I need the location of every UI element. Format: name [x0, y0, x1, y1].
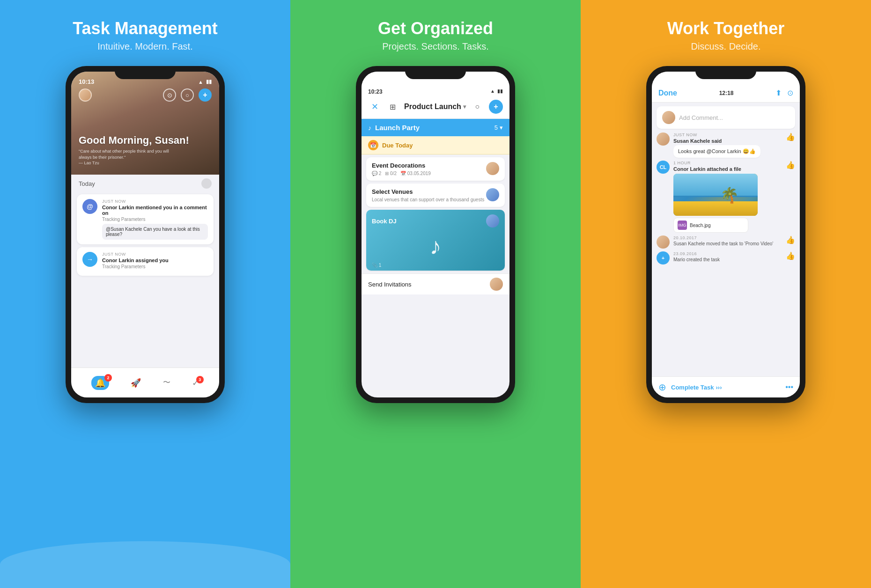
panel-task-management: Task Management Intuitive. Modern. Fast.…	[0, 0, 290, 588]
msg3-time: 20.10.2017	[673, 235, 782, 240]
msg1-bubble: Looks great @Conor Larkin 😄👍	[673, 145, 760, 158]
complete-task-button[interactable]: Complete Task ›››	[671, 384, 781, 391]
phone3-screen: Done 12:18 ⬆ ⊙ Add Comment... JUST NOW S…	[652, 72, 800, 397]
message-conor-file: CL 1 HOUR Conor Larkin attached a file 🌴…	[657, 161, 795, 233]
like-icon1[interactable]: 👍	[786, 132, 795, 141]
phone1-notch	[115, 66, 176, 79]
more-options-button[interactable]: •••	[785, 383, 793, 391]
panel1-title: Task Management	[73, 19, 217, 38]
notif2-time: JUST NOW	[102, 252, 169, 257]
today-bar: Today	[71, 175, 219, 192]
phone3-bottom-bar: ⊕ Complete Task ››› •••	[652, 376, 800, 397]
msg3-action: Susan Kachele moved the task to 'Promo V…	[673, 241, 782, 246]
msg4-action: Mario created the task	[673, 257, 782, 262]
msg2-sender: Conor Larkin attached a file	[673, 166, 782, 172]
susan-message-content: JUST NOW Susan Kachele said Looks great …	[673, 132, 782, 158]
add-button[interactable]: +	[199, 88, 212, 102]
section-header: ♪ Launch Party 5 ▾	[362, 119, 509, 136]
notif1-bubble: @Susan Kachele Can you have a look at th…	[102, 224, 208, 240]
filter-button[interactable]: ⊞	[386, 100, 399, 113]
dj-footer: 📎 1	[366, 260, 505, 271]
greeting-area: Good Morning, Susan! "Care about what ot…	[79, 134, 212, 166]
msg4-time: 23.09.2016	[673, 251, 782, 256]
arrow-icon: →	[82, 252, 97, 267]
conor-message-content: 1 HOUR Conor Larkin attached a file 🌴 IM…	[673, 161, 782, 233]
wifi-icon2: ▲	[490, 88, 495, 95]
task2-name: Select Venues	[372, 188, 484, 195]
search-button2[interactable]: ○	[471, 100, 484, 113]
image-file-icon: IMG	[678, 220, 687, 230]
phone1-screen: 10:13 ▲ ▮▮ ⊙ ○ + Good Morning, Susan!	[71, 72, 219, 397]
dj-attachment-count: 📎 1	[372, 263, 381, 268]
like-icon4[interactable]: 👍	[786, 251, 795, 260]
task2-content: Select Venues Local venues that can supp…	[372, 188, 484, 202]
phone2-screen: 10:23 ▲ ▮▮ ✕ ⊞ Product Launch ▾ ○ +	[362, 72, 509, 397]
panel2-subtitle: Projects. Sections. Tasks.	[382, 41, 489, 52]
susan-avatar	[657, 132, 670, 146]
msg4-content: 23.09.2016 Mario created the task	[673, 251, 782, 262]
rocket-icon: 🚀	[131, 378, 141, 388]
tab-home[interactable]: 🚀	[131, 378, 141, 388]
phone1-frame: 10:13 ▲ ▮▮ ⊙ ○ + Good Morning, Susan!	[66, 66, 225, 403]
notif1-title: Conor Larkin mentioned you in a comment …	[102, 205, 208, 216]
phone2-frame: 10:23 ▲ ▮▮ ✕ ⊞ Product Launch ▾ ○ +	[356, 66, 515, 403]
task-select-venues[interactable]: Select Venues Local venues that can supp…	[366, 184, 505, 207]
task-send-invitations[interactable]: Send Invitations	[362, 273, 509, 294]
task-book-dj[interactable]: Book DJ ♪ 📎 1	[366, 210, 505, 271]
notification-assigned[interactable]: → JUST NOW Conor Larkin assigned you Tra…	[77, 247, 214, 276]
notif2-title: Conor Larkin assigned you	[102, 257, 169, 263]
add-comment-icon[interactable]: ⊕	[658, 382, 666, 393]
close-button[interactable]: ✕	[368, 100, 381, 113]
at-icon: @	[82, 199, 97, 214]
send-invitations-avatar	[490, 278, 503, 291]
panel3-title: Work Together	[667, 19, 785, 38]
conor-avatar: CL	[657, 161, 670, 174]
message-susan-moved: 20.10.2017 Susan Kachele moved the task …	[657, 235, 795, 249]
like-icon2[interactable]: 👍	[786, 161, 795, 169]
battery-icon2: ▮▮	[497, 88, 503, 95]
done-button[interactable]: Done	[658, 89, 677, 97]
task-event-decorations[interactable]: Event Decorations 💬 2 ⊞ 0/2 📅 03.05.2019	[366, 157, 505, 181]
upload-icon[interactable]: ⬆	[775, 88, 782, 97]
due-today-bar: 📅 Due Today	[362, 136, 509, 154]
tab-stats[interactable]: 〜	[163, 378, 170, 388]
timer-icon[interactable]: ⊙	[163, 88, 176, 102]
notif1-sub: Tracking Parameters	[102, 217, 208, 222]
phone3-action-icons: ⬆ ⊙	[775, 88, 793, 97]
due-date: 📅 03.05.2019	[400, 171, 431, 176]
tab-tasks[interactable]: ✓ 3	[192, 378, 199, 388]
task1-name: Event Decorations	[372, 162, 431, 169]
message-susan: JUST NOW Susan Kachele said Looks great …	[657, 132, 795, 158]
beach-sky	[673, 174, 758, 197]
add-button2[interactable]: +	[489, 100, 503, 114]
chart-icon: 〜	[163, 378, 170, 388]
today-label: Today	[79, 180, 95, 187]
expand-icon: ▾	[500, 124, 503, 131]
file-attachment[interactable]: IMG Beach.jpg	[673, 218, 748, 233]
comment-input[interactable]: Add Comment...	[679, 114, 723, 121]
music-note-area: ♪	[366, 232, 505, 260]
subtask-count: ⊞ 0/2	[385, 171, 397, 176]
timer-icon3[interactable]: ⊙	[787, 88, 793, 97]
like-icon3[interactable]: 👍	[786, 235, 795, 244]
search-icon[interactable]: ○	[181, 88, 194, 102]
panel-get-organized: Get Organized Projects. Sections. Tasks.…	[290, 0, 581, 588]
tab-notifications[interactable]: 🔔 2	[91, 376, 109, 390]
music-note-icon: ♪	[430, 233, 442, 260]
phone1-hero: 10:13 ▲ ▮▮ ⊙ ○ + Good Morning, Susan!	[71, 72, 219, 175]
phone1-status-icons: ▲ ▮▮	[198, 79, 212, 85]
battery-icon: ▮▮	[206, 79, 212, 85]
panel2-title: Get Organized	[378, 19, 493, 38]
notif1-content: JUST NOW Conor Larkin mentioned you in a…	[102, 199, 208, 240]
phone2-time: 10:23	[368, 88, 383, 95]
comment-input-area[interactable]: Add Comment...	[657, 106, 795, 129]
notif2-sub: Tracking Parameters	[102, 264, 169, 269]
phone2-status-bar: 10:23 ▲ ▮▮	[368, 88, 503, 95]
section-count: 5 ▾	[495, 124, 503, 131]
dj-task-name: Book DJ	[372, 218, 397, 225]
chevron-down-icon: ▾	[463, 103, 466, 110]
calendar-icon: 📅	[368, 140, 378, 150]
today-expand-icon[interactable]	[201, 178, 212, 189]
phone1-time: 10:13	[79, 78, 94, 85]
notification-mention[interactable]: @ JUST NOW Conor Larkin mentioned you in…	[77, 194, 214, 244]
